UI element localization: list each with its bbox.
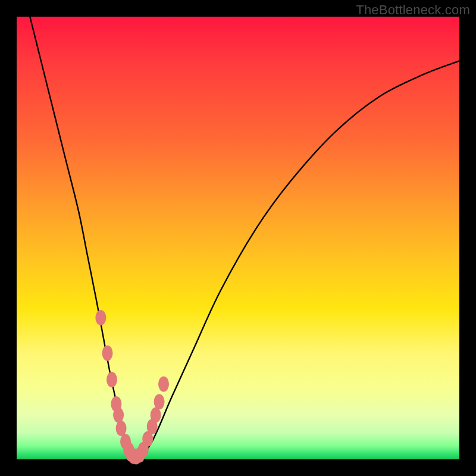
marker-point bbox=[107, 372, 117, 387]
marker-point bbox=[102, 345, 113, 361]
attribution-label: TheBottleneck.com bbox=[356, 2, 470, 18]
marker-point bbox=[158, 377, 169, 392]
marker-point bbox=[151, 408, 161, 423]
marker-point bbox=[95, 310, 106, 325]
chart-frame: TheBottleneck.com bbox=[0, 0, 476, 476]
marker-point bbox=[113, 408, 124, 423]
marker-point bbox=[116, 421, 127, 436]
curve-svg bbox=[17, 17, 459, 459]
bottleneck-curve bbox=[30, 17, 459, 457]
plot-area bbox=[17, 17, 459, 459]
marker-group bbox=[95, 310, 169, 465]
marker-point bbox=[154, 394, 165, 409]
